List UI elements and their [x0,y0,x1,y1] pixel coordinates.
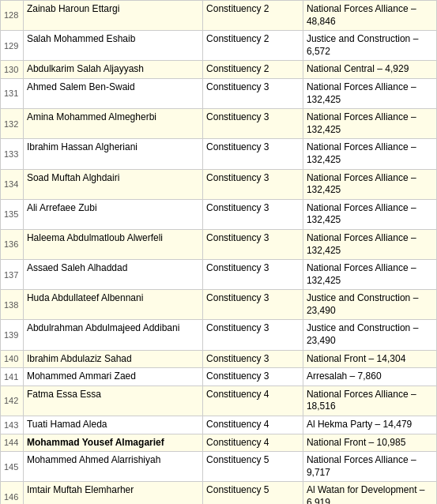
party-votes: National Forces Alliance – 18,516 [303,386,436,416]
constituency: Constituency 3 [203,320,303,350]
table-row: 131Ahmed Salem Ben-SwaidConstituency 3Na… [1,78,437,108]
candidate-name: Mohammed Ahmed Alarrishiyah [23,452,202,482]
constituency: Constituency 4 [203,416,303,434]
row-number: 140 [1,350,24,368]
table-row: 129Salah Mohammed EshaibConstituency 2Ju… [1,31,437,61]
constituency: Constituency 3 [203,78,303,108]
party-votes: National Central – 4,929 [303,61,436,79]
party-votes: National Front – 10,985 [303,434,436,452]
table-row: 133Ibrahim Hassan AlgherianiConstituency… [1,139,437,169]
table-row: 140Ibrahim Abdulaziz SahadConstituency 3… [1,350,437,368]
row-number: 141 [1,368,24,386]
row-number: 135 [1,199,24,229]
party-votes: National Forces Alliance – 132,425 [303,78,436,108]
table-row: 139Abdulrahman Abdulmajeed AddibaniConst… [1,320,437,350]
row-number: 131 [1,78,24,108]
row-number: 145 [1,452,24,482]
table-row: 146Imtair Muftah ElemharherConstituency … [1,482,437,504]
table-row: 130Abdulkarim Salah AljayyashConstituenc… [1,61,437,79]
row-number: 134 [1,169,24,199]
candidate-name: Salah Mohammed Eshaib [23,31,202,61]
candidate-name: Ibrahim Abdulaziz Sahad [23,350,202,368]
table-row: 143Tuati Hamad AledaConstituency 4Al Hek… [1,416,437,434]
party-votes: National Forces Alliance – 9,717 [303,452,436,482]
constituency: Constituency 3 [203,109,303,139]
row-number: 137 [1,260,24,290]
row-number: 133 [1,139,24,169]
table-row: 142Fatma Essa EssaConstituency 4National… [1,386,437,416]
row-number: 130 [1,61,24,79]
constituency: Constituency 3 [203,199,303,229]
election-results-table: 128Zainab Haroun EttargiConstituency 2Na… [0,0,437,504]
party-votes: National Forces Alliance – 132,425 [303,109,436,139]
row-number: 146 [1,482,24,504]
row-number: 144 [1,434,24,452]
candidate-name: Ahmed Salem Ben-Swaid [23,78,202,108]
table-row: 134Soad Muftah AlghdairiConstituency 3Na… [1,169,437,199]
constituency: Constituency 3 [203,350,303,368]
constituency: Constituency 3 [203,169,303,199]
candidate-name: Zainab Haroun Ettargi [23,1,202,31]
candidate-name: Imtair Muftah Elemharher [23,482,202,504]
constituency: Constituency 3 [203,368,303,386]
party-votes: National Forces Alliance – 132,425 [303,260,436,290]
constituency: Constituency 2 [203,31,303,61]
candidate-name: Tuati Hamad Aleda [23,416,202,434]
candidate-name: Ali Arrefaee Zubi [23,199,202,229]
party-votes: Justice and Construction – 6,572 [303,31,436,61]
party-votes: National Front – 14,304 [303,350,436,368]
candidate-name: Mohammed Ammari Zaed [23,368,202,386]
party-votes: National Forces Alliance – 132,425 [303,169,436,199]
table-row: 138Huda Abdullateef AlbennaniConstituenc… [1,290,437,320]
party-votes: Justice and Construction – 23,490 [303,320,436,350]
constituency: Constituency 5 [203,482,303,504]
candidate-name: Ibrahim Hassan Algheriani [23,139,202,169]
row-number: 139 [1,320,24,350]
row-number: 132 [1,109,24,139]
party-votes: Al Watan for Development – 6,919 [303,482,436,504]
constituency: Constituency 4 [203,434,303,452]
candidate-name: Mohammad Yousef Almagarief [23,434,202,452]
party-votes: National Forces Alliance – 132,425 [303,139,436,169]
row-number: 129 [1,31,24,61]
party-votes: Arresalah – 7,860 [303,368,436,386]
constituency: Constituency 3 [203,290,303,320]
party-votes: National Forces Alliance – 48,846 [303,1,436,31]
table-row: 132Amina Mohammed AlmegherbiConstituency… [1,109,437,139]
party-votes: Justice and Construction – 23,490 [303,290,436,320]
table-row: 137Assaed Saleh AlhaddadConstituency 3Na… [1,260,437,290]
table-row: 145Mohammed Ahmed AlarrishiyahConstituen… [1,452,437,482]
row-number: 143 [1,416,24,434]
row-number: 138 [1,290,24,320]
candidate-name: Haleema Abdulmatloub Alwerfeli [23,229,202,259]
candidate-name: Amina Mohammed Almegherbi [23,109,202,139]
party-votes: National Forces Alliance – 132,425 [303,199,436,229]
constituency: Constituency 4 [203,386,303,416]
party-votes: Al Hekma Party – 14,479 [303,416,436,434]
constituency: Constituency 3 [203,139,303,169]
constituency: Constituency 2 [203,1,303,31]
candidate-name: Abdulkarim Salah Aljayyash [23,61,202,79]
table-row: 136Haleema Abdulmatloub AlwerfeliConstit… [1,229,437,259]
candidate-name: Fatma Essa Essa [23,386,202,416]
constituency: Constituency 5 [203,452,303,482]
candidate-name: Abdulrahman Abdulmajeed Addibani [23,320,202,350]
candidate-name: Huda Abdullateef Albennani [23,290,202,320]
row-number: 136 [1,229,24,259]
candidate-name: Soad Muftah Alghdairi [23,169,202,199]
party-votes: National Forces Alliance – 132,425 [303,229,436,259]
candidate-name: Assaed Saleh Alhaddad [23,260,202,290]
constituency: Constituency 3 [203,260,303,290]
table-row: 128Zainab Haroun EttargiConstituency 2Na… [1,1,437,31]
row-number: 128 [1,1,24,31]
row-number: 142 [1,386,24,416]
table-row: 144Mohammad Yousef AlmagariefConstituenc… [1,434,437,452]
constituency: Constituency 3 [203,229,303,259]
table-row: 141Mohammed Ammari ZaedConstituency 3Arr… [1,368,437,386]
constituency: Constituency 2 [203,61,303,79]
table-row: 135Ali Arrefaee ZubiConstituency 3Nation… [1,199,437,229]
